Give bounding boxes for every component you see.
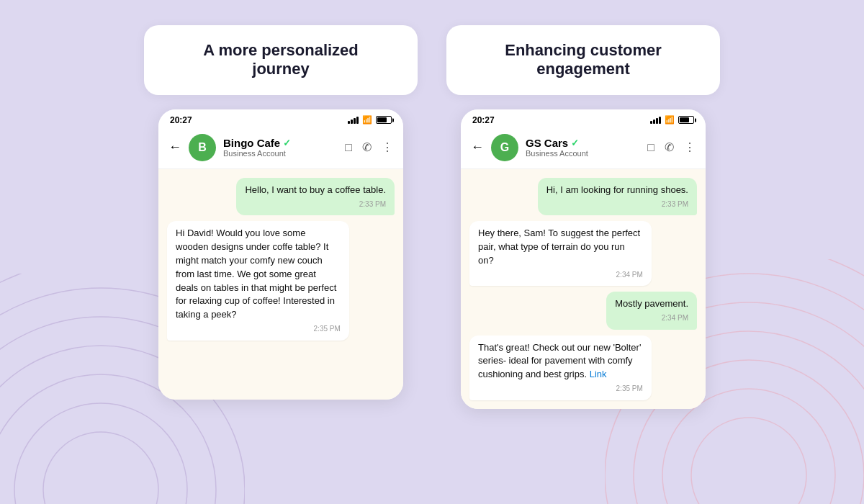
panel-1-title: A more personalized journey xyxy=(173,41,389,79)
battery-icon-2 xyxy=(678,116,694,124)
chat-name-1: Bingo Cafe ✓ xyxy=(223,137,338,149)
wifi-icon-1: 📶 xyxy=(362,115,372,125)
signal-bar-2-1 xyxy=(650,121,652,124)
panel-engagement: Enhancing customer engagement 20:27 📶 xyxy=(446,25,720,409)
more-icon-2[interactable]: ⋮ xyxy=(684,140,696,154)
avatar-2: G xyxy=(491,134,518,161)
panel-personalized: A more personalized journey 20:27 📶 xyxy=(144,25,418,400)
battery-icon-1 xyxy=(376,116,392,124)
signal-bars-1 xyxy=(348,116,359,124)
wifi-icon-2: 📶 xyxy=(665,115,675,125)
status-icons-1: 📶 xyxy=(348,115,392,125)
video-call-icon-1[interactable]: □ xyxy=(345,141,352,154)
panel-2-title: Enhancing customer engagement xyxy=(475,41,691,79)
chat-name-2: GS Cars ✓ xyxy=(526,137,640,149)
msg-sent-1: Hello, I want to buy a coffee table. 2:3… xyxy=(236,178,395,215)
msg-time-1: 2:33 PM xyxy=(245,199,386,210)
signal-bar-2-3 xyxy=(656,118,658,124)
signal-bar-2 xyxy=(351,120,353,124)
msg-time-2-3: 2:34 PM xyxy=(615,313,688,324)
chat-actions-1: □ ✆ ⋮ xyxy=(345,140,393,154)
back-arrow-1[interactable]: ← xyxy=(168,140,181,155)
chat-header-info-2: GS Cars ✓ Business Account xyxy=(526,137,640,158)
chat-body-1: Hello, I want to buy a coffee table. 2:3… xyxy=(158,169,403,400)
signal-bar-2-2 xyxy=(653,120,655,124)
page-content: A more personalized journey 20:27 📶 xyxy=(0,0,864,504)
product-link[interactable]: Link xyxy=(590,369,607,379)
phone-mockup-1: 20:27 📶 ← B xyxy=(158,109,403,400)
signal-bar-4 xyxy=(356,117,359,124)
msg-received-2-1: Hey there, Sam! To suggest the perfect p… xyxy=(469,221,652,286)
phone-icon-2[interactable]: ✆ xyxy=(665,140,674,154)
signal-bar-2-4 xyxy=(659,117,661,124)
msg-sent-2-1: Hi, I am looking for running shoes. 2:33… xyxy=(538,178,697,215)
signal-bar-1 xyxy=(348,121,350,124)
msg-time-2-1: 2:33 PM xyxy=(546,199,688,210)
msg-time-2-4: 2:35 PM xyxy=(478,384,643,395)
avatar-1: B xyxy=(189,134,216,161)
chat-header-2: ← G GS Cars ✓ Business Account □ ✆ ⋮ xyxy=(461,128,706,169)
chat-body-2: Hi, I am looking for running shoes. 2:33… xyxy=(461,169,706,409)
status-bar-1: 20:27 📶 xyxy=(158,109,403,128)
chat-subtitle-1: Business Account xyxy=(223,149,338,158)
video-call-icon-2[interactable]: □ xyxy=(647,141,654,154)
msg-received-1: Hi David! Would you love some wooden des… xyxy=(167,221,349,340)
signal-bar-3 xyxy=(354,118,356,124)
panel-2-title-card: Enhancing customer engagement xyxy=(446,25,720,95)
status-time-2: 20:27 xyxy=(472,115,495,125)
back-arrow-2[interactable]: ← xyxy=(471,140,484,155)
msg-sent-2-2: Mostly pavement. 2:34 PM xyxy=(606,292,697,329)
battery-fill-2 xyxy=(680,117,689,122)
verified-badge-2: ✓ xyxy=(571,138,579,148)
chat-actions-2: □ ✆ ⋮ xyxy=(647,140,696,154)
more-icon-1[interactable]: ⋮ xyxy=(382,140,393,154)
chat-header-1: ← B Bingo Cafe ✓ Business Account □ ✆ ⋮ xyxy=(158,128,403,169)
chat-subtitle-2: Business Account xyxy=(526,149,640,158)
phone-icon-1[interactable]: ✆ xyxy=(362,140,372,154)
msg-time-2-2: 2:34 PM xyxy=(478,270,643,281)
msg-received-2-2: That's great! Check out our new 'Bolter'… xyxy=(469,336,652,400)
chat-header-info-1: Bingo Cafe ✓ Business Account xyxy=(223,137,338,158)
status-time-1: 20:27 xyxy=(170,115,192,125)
msg-time-2: 2:35 PM xyxy=(176,324,341,335)
status-icons-2: 📶 xyxy=(650,115,694,125)
panel-1-title-card: A more personalized journey xyxy=(144,25,418,95)
verified-badge-1: ✓ xyxy=(283,138,291,148)
status-bar-2: 20:27 📶 xyxy=(461,109,706,128)
signal-bars-2 xyxy=(650,116,661,124)
battery-fill-1 xyxy=(377,117,387,122)
phone-mockup-2: 20:27 📶 ← G xyxy=(461,109,706,409)
